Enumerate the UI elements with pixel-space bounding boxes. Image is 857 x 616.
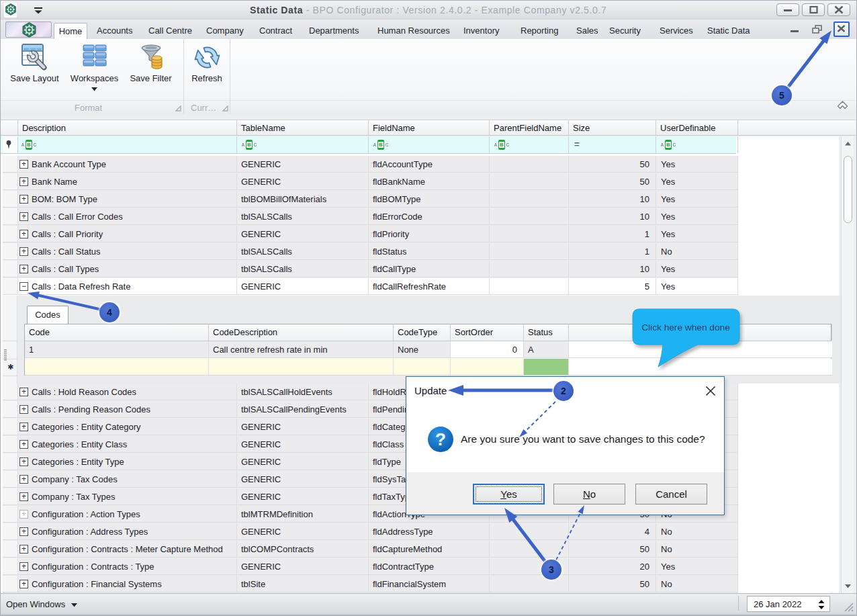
svg-text:Click here when done: Click here when done bbox=[641, 322, 730, 333]
